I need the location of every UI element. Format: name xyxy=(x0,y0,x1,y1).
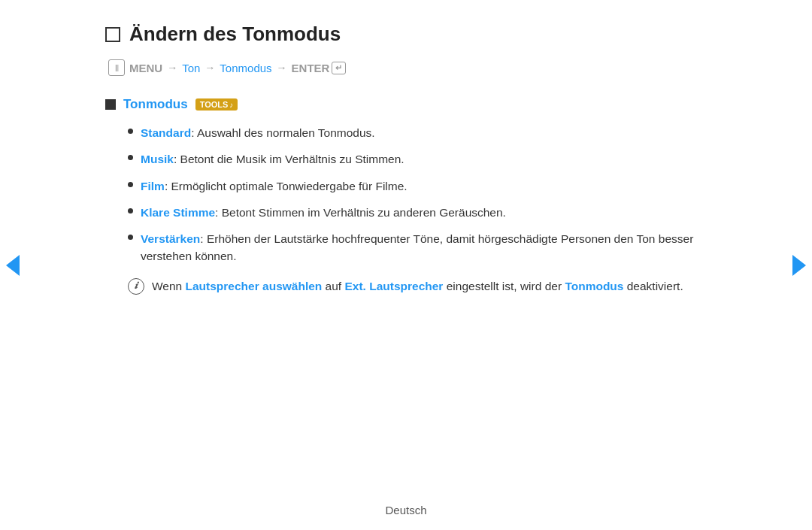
menu-icon xyxy=(108,59,125,76)
bullet-list: Standard: Auswahl des normalen Tonmodus.… xyxy=(105,124,707,265)
enter-key-icon: ↵ xyxy=(332,62,346,74)
list-item: Verstärken: Erhöhen der Lautstärke hochf… xyxy=(128,230,707,265)
bullet-dot-icon xyxy=(128,235,133,240)
nav-left-arrow[interactable] xyxy=(6,255,20,276)
item-text-verstaerken: : Erhöhen der Lautstärke hochfrequenter … xyxy=(141,232,693,262)
bullet-dot-icon xyxy=(128,182,133,187)
breadcrumb-ton-link[interactable]: Ton xyxy=(182,62,200,74)
bullet-dot-icon xyxy=(128,129,133,134)
list-item: Film: Ermöglicht optimale Tonwiedergabe … xyxy=(128,177,707,195)
item-label-film: Film xyxy=(141,180,165,192)
note-suffix2: deaktiviert. xyxy=(623,280,683,292)
note-link1: Lautsprecher auswählen xyxy=(186,280,323,292)
list-item-content: Standard: Auswahl des normalen Tonmodus. xyxy=(141,124,375,141)
item-label-musik: Musik xyxy=(141,153,174,165)
section-title: Tonmodus xyxy=(123,97,188,112)
list-item: Standard: Auswahl des normalen Tonmodus. xyxy=(128,124,707,141)
tools-badge: TOOLS xyxy=(195,98,238,111)
note-link2: Ext. Lautsprecher xyxy=(344,280,443,292)
list-item-content: Musik: Betont die Musik im Verhältnis zu… xyxy=(141,150,404,168)
breadcrumb: MENU → Ton → Tonmodus → ENTER ↵ xyxy=(105,59,707,76)
note-icon: 𝒊 xyxy=(128,278,144,295)
item-text-musik: : Betont die Musik im Verhältnis zu Stim… xyxy=(174,153,404,165)
item-label-klare-stimme: Klare Stimme xyxy=(141,206,215,219)
item-text-klare-stimme: : Betont Stimmen im Verhältnis zu andere… xyxy=(215,206,506,219)
breadcrumb-enter: ENTER ↵ xyxy=(292,62,347,74)
page-title: Ändern des Tonmodus xyxy=(129,23,341,46)
section-header: Tonmodus TOOLS xyxy=(105,97,707,112)
footer-language: Deutsch xyxy=(385,504,426,516)
section-square-icon xyxy=(105,99,116,110)
title-checkbox-icon xyxy=(105,27,120,42)
bullet-dot-icon xyxy=(128,155,133,160)
list-item: Musik: Betont die Musik im Verhältnis zu… xyxy=(128,150,707,168)
list-item-content: Verstärken: Erhöhen der Lautstärke hochf… xyxy=(141,230,707,265)
breadcrumb-arrow-3: → xyxy=(277,62,287,74)
item-label-standard: Standard xyxy=(141,126,191,139)
list-item-content: Klare Stimme: Betont Stimmen im Verhältn… xyxy=(141,204,506,221)
breadcrumb-arrow-2: → xyxy=(205,62,215,74)
main-content: Ändern des Tonmodus MENU → Ton → Tonmodu… xyxy=(45,0,767,318)
list-item: Klare Stimme: Betont Stimmen im Verhältn… xyxy=(128,204,707,221)
breadcrumb-tonmodus-link[interactable]: Tonmodus xyxy=(220,62,271,74)
note-text: Wenn Lautsprecher auswählen auf Ext. Lau… xyxy=(152,277,683,295)
breadcrumb-arrow-1: → xyxy=(167,62,177,74)
bullet-dot-icon xyxy=(128,208,133,214)
note-prefix: Wenn xyxy=(152,280,186,292)
note-middle: auf xyxy=(322,280,344,292)
page-title-container: Ändern des Tonmodus xyxy=(105,23,707,46)
item-text-film: : Ermöglicht optimale Tonwiedergabe für … xyxy=(165,180,408,192)
nav-right-arrow[interactable] xyxy=(792,255,806,276)
note-block: 𝒊 Wenn Lautsprecher auswählen auf Ext. L… xyxy=(105,277,707,295)
note-suffix1: eingestellt ist, wird der xyxy=(443,280,565,292)
footer: Deutsch xyxy=(0,504,812,516)
item-text-standard: : Auswahl des normalen Tonmodus. xyxy=(191,126,374,139)
note-link3: Tonmodus xyxy=(565,280,623,292)
list-item-content: Film: Ermöglicht optimale Tonwiedergabe … xyxy=(141,177,408,195)
item-label-verstaerken: Verstärken xyxy=(141,232,200,245)
enter-label: ENTER xyxy=(292,62,330,74)
breadcrumb-menu-label: MENU xyxy=(129,62,162,74)
